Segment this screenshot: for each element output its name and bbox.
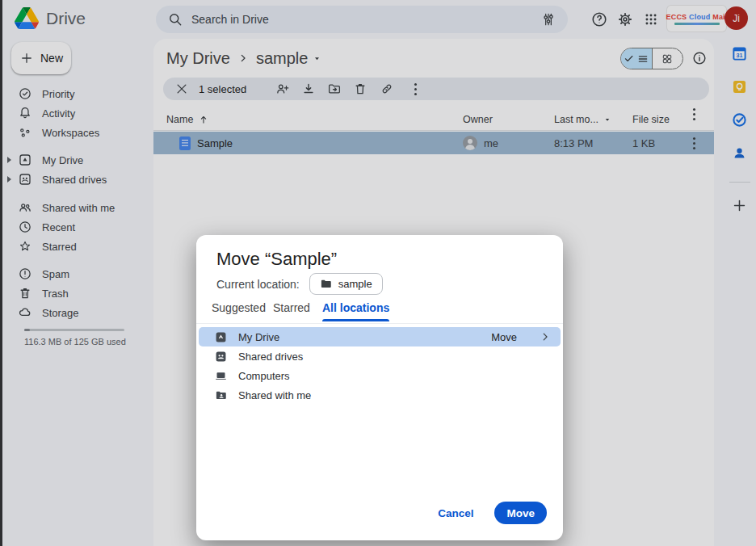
cancel-button[interactable]: Cancel [438,507,473,519]
move-button[interactable]: Move [494,502,547,524]
dialog-title: Move “Sample” [216,249,337,270]
location-list: My Drive Move Shared drives Computers Sh… [196,327,563,405]
current-location-row: Current location: sample [216,273,383,295]
location-row-shared-drives[interactable]: Shared drives [199,346,561,366]
shared-folder-icon [215,389,227,401]
tab-all-locations[interactable]: All locations [322,301,389,321]
current-location-label: Current location: [216,278,300,291]
location-row-computers[interactable]: Computers [199,366,561,385]
shared-drives-icon [215,351,227,363]
location-row-my-drive[interactable]: My Drive Move [199,327,561,346]
dialog-footer: Cancel Move [438,502,547,524]
computers-icon [215,370,227,382]
current-location-chip[interactable]: sample [309,273,383,295]
row-move-label[interactable]: Move [491,331,517,343]
tab-starred[interactable]: Starred [273,301,310,321]
my-drive-icon [215,331,227,343]
folder-icon [320,278,332,290]
location-row-shared-with-me[interactable]: Shared with me [199,385,561,405]
window-edge [0,0,2,546]
dialog-tabs: Suggested Starred All locations [196,300,563,324]
move-dialog: Move “Sample” Current location: sample S… [196,235,563,540]
chevron-right-icon[interactable] [540,331,551,342]
tab-suggested[interactable]: Suggested [212,301,266,321]
